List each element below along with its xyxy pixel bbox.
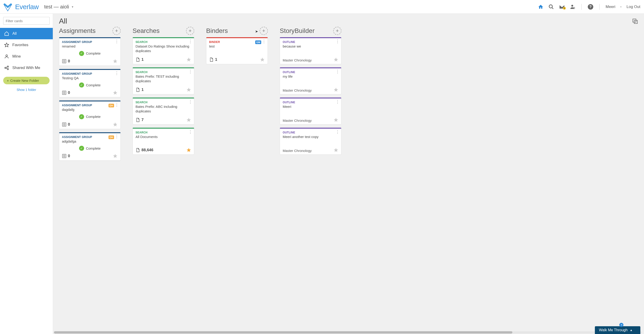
add-searches-button[interactable]: + [186, 27, 194, 35]
walkme-close-button[interactable]: ✕ [619, 323, 624, 327]
check-circle-icon: ✓ [79, 82, 84, 88]
show-folders-link[interactable]: Show 1 folder [0, 86, 53, 93]
favorite-star[interactable] [334, 87, 338, 92]
favorite-star[interactable] [334, 148, 338, 152]
create-folder-button[interactable]: + Create New Folder [3, 77, 50, 84]
column-title: Searches [132, 27, 160, 34]
search-icon[interactable] [548, 4, 554, 10]
check-circle-icon: ✓ [79, 146, 84, 151]
card-type-label: OUTLINE [283, 101, 338, 104]
search-card[interactable]: SEARCH⋮Dataset Do Ratings Show including… [132, 37, 194, 64]
sidebar-item-mine[interactable]: Mine [0, 51, 53, 62]
person-icon [4, 54, 9, 59]
add-assignments-button[interactable]: + [112, 27, 121, 35]
card-menu-icon[interactable]: ⋮ [115, 40, 118, 42]
card-menu-icon[interactable]: ⋮ [115, 136, 118, 138]
card-menu-icon[interactable]: ⋮ [115, 72, 118, 74]
favorite-star[interactable] [186, 118, 191, 122]
sidebar-item-label: Mine [12, 54, 21, 59]
add-storybuilder-button[interactable]: + [333, 27, 342, 35]
document-icon [136, 57, 140, 62]
outline-card[interactable]: OUTLINE⋮Meeri another test copyMaster Ch… [280, 128, 342, 155]
check-circle-icon: ✓ [79, 114, 84, 119]
search-card[interactable]: SEARCH⋮All Documents88,646 [132, 128, 194, 155]
logo[interactable]: Everlaw [3, 2, 38, 12]
svg-point-2 [571, 5, 573, 7]
favorite-star[interactable] [334, 57, 338, 62]
home-icon[interactable] [538, 4, 544, 10]
favorite-star[interactable] [113, 59, 118, 64]
help-icon[interactable]: ? [588, 4, 594, 10]
svg-line-11 [6, 68, 7, 69]
favorite-star[interactable] [334, 118, 338, 122]
assignment-card[interactable]: ASSIGNMENT GROUPDH⋮dagdafg✓Complete0 [59, 100, 121, 129]
search-card[interactable]: SEARCH⋮Bates Prefix: TEST including dupl… [132, 68, 194, 94]
favorite-star[interactable] [186, 57, 191, 62]
project-switcher[interactable]: test — aioli ▼ [44, 4, 74, 10]
card-menu-icon[interactable]: ⋮ [188, 101, 192, 103]
svg-point-0 [549, 5, 552, 8]
favorite-star[interactable] [113, 122, 118, 127]
document-icon [209, 57, 214, 62]
favorite-star[interactable] [113, 154, 118, 158]
column-title: Binders [206, 27, 228, 34]
sidebar-item-label: Shared With Me [12, 66, 40, 70]
favorite-star[interactable] [113, 90, 118, 95]
card-status: ✓Complete [62, 114, 118, 119]
add-binders-button[interactable]: + [260, 27, 268, 35]
mail-icon[interactable]: 2 [559, 4, 565, 9]
sidebar-item-all[interactable]: All [0, 28, 53, 39]
svg-text:?: ? [590, 5, 592, 9]
card-menu-icon[interactable]: ⋮ [262, 40, 266, 42]
favorite-star[interactable] [186, 87, 191, 92]
card-type-label: OUTLINE [283, 70, 338, 74]
card-menu-icon[interactable]: ⋮ [336, 40, 339, 42]
mail-badge: 2 [563, 7, 566, 10]
sidebar-item-favorites[interactable]: Favorites [0, 39, 53, 51]
card-name: because we [283, 44, 338, 49]
document-icon [136, 88, 140, 92]
card-count: 1 [136, 88, 144, 92]
card-menu-icon[interactable]: ⋮ [336, 70, 339, 73]
plus-icon: + [7, 78, 9, 82]
outline-card[interactable]: OUTLINE⋮my lifeMaster Chronology [280, 68, 342, 94]
horizontal-scrollbar[interactable] [54, 331, 642, 334]
user-name[interactable]: Meeri [606, 4, 616, 9]
card-name: adgdafga [62, 139, 118, 144]
card-name: dagdafg [62, 107, 118, 112]
logout-link[interactable]: Log Out [627, 4, 640, 9]
sidebar-item-shared[interactable]: Shared With Me [0, 62, 53, 74]
assignment-card[interactable]: ASSIGNMENT GROUP⋮Testing QA✓Complete0 [59, 69, 121, 98]
card-name: Meeri [283, 104, 338, 109]
card-menu-icon[interactable]: ⋮ [188, 70, 192, 73]
favorite-star[interactable] [186, 148, 191, 152]
separator: • [620, 5, 622, 9]
column-assignments: Assignments+ASSIGNMENT GROUP⋮renamed✓Com… [59, 27, 121, 170]
card-menu-icon[interactable]: ⋮ [188, 131, 192, 133]
outline-card[interactable]: OUTLINE⋮MeeriMaster Chronology [280, 98, 342, 124]
scrollbar-thumb[interactable] [54, 331, 512, 334]
search-card[interactable]: SEARCH⋮Bates Prefix: ABC including dupli… [132, 98, 194, 124]
topbar: Everlaw test — aioli ▼ 2 ? Meeri • Log O… [0, 0, 644, 14]
card-count: 7 [136, 118, 144, 122]
outline-card[interactable]: OUTLINE⋮because weMaster Chronology [280, 37, 342, 64]
card-menu-icon[interactable]: ⋮ [336, 101, 339, 103]
filter-cards-input[interactable] [3, 17, 50, 25]
card-name: renamed [62, 44, 118, 49]
svg-point-6 [6, 55, 7, 56]
card-menu-icon[interactable]: ⋮ [115, 104, 118, 106]
walkme-button[interactable]: Walk Me Through ▲ [595, 326, 640, 334]
assignment-card[interactable]: ASSIGNMENT GROUP⋮renamed✓Complete0 [59, 37, 121, 66]
card-type-label: ASSIGNMENT GROUP [62, 72, 118, 76]
bulk-actions-icon[interactable] [632, 18, 638, 24]
favorite-star[interactable] [260, 57, 265, 62]
assignment-card[interactable]: ASSIGNMENT GROUPDH⋮adgdafga✓Complete0 [59, 132, 121, 161]
brand-name: Everlaw [15, 3, 38, 11]
card-menu-icon[interactable]: ⋮ [188, 40, 192, 42]
card-menu-icon[interactable]: ⋮ [336, 131, 339, 133]
list-icon [62, 59, 66, 64]
card-name: Bates Prefix: TEST including duplicates [136, 74, 191, 83]
user-settings-icon[interactable] [570, 4, 576, 10]
binder-card[interactable]: BINDERGM⋮test1 [206, 37, 268, 64]
card-count: 0 [62, 122, 70, 127]
